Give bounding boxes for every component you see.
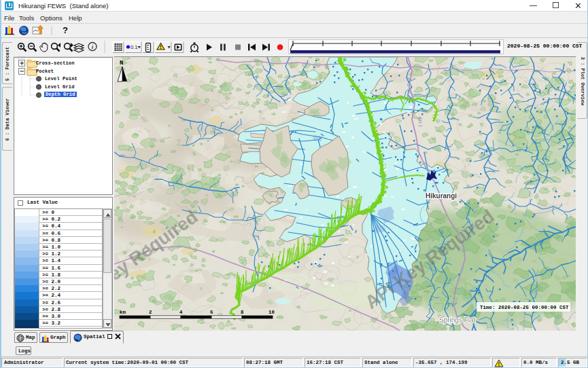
svg-text:N: N [120, 60, 123, 67]
svg-text:km: km [120, 310, 126, 315]
svg-text:2: 2 [149, 310, 152, 315]
svg-text:i: i [92, 43, 94, 50]
svg-text:4: 4 [179, 310, 183, 315]
svg-text:6: 6 [210, 310, 213, 315]
svg-text:Hikurangi: Hikurangi [426, 192, 457, 200]
svg-text:Time: 2020-08-25 00:00:00 CST: Time: 2020-08-25 00:00:00 CST [480, 305, 569, 310]
svg-text:Springs Flat: Springs Flat [439, 316, 476, 324]
svg-text:8: 8 [241, 310, 244, 315]
svg-text:10: 10 [269, 310, 275, 315]
svg-text:SH 1: SH 1 [417, 116, 423, 127]
svg-text:0.1: 0.1 [131, 44, 137, 50]
